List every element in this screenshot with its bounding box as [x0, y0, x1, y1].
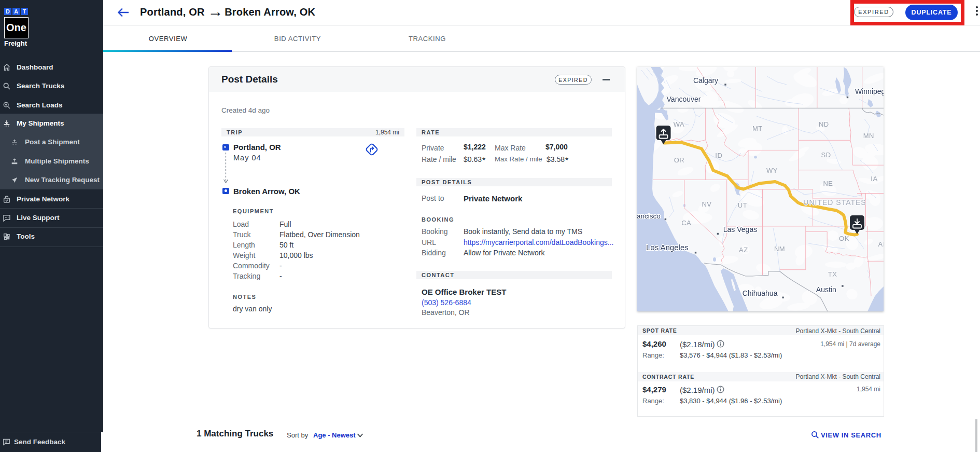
svg-text:SD: SD — [821, 151, 831, 159]
svg-text:NM: NM — [774, 245, 785, 253]
svg-text:UNITED STATES: UNITED STATES — [803, 198, 866, 207]
svg-text:NE: NE — [823, 180, 833, 187]
svg-text:IA: IA — [871, 175, 877, 183]
svg-text:ID: ID — [715, 152, 722, 159]
svg-text:Las Vegas: Las Vegas — [723, 225, 757, 234]
svg-text:OK: OK — [839, 235, 849, 242]
svg-text:ND: ND — [819, 120, 829, 128]
svg-text:Chihuahua: Chihuahua — [743, 289, 778, 297]
svg-text:WY: WY — [766, 167, 778, 174]
svg-text:OR: OR — [674, 156, 685, 164]
svg-text:AZ: AZ — [739, 246, 748, 254]
svg-text:CA: CA — [681, 219, 691, 227]
svg-text:MT: MT — [752, 125, 763, 132]
svg-text:UT: UT — [738, 201, 747, 209]
svg-text:Winnipeg: Winnipeg — [855, 87, 884, 95]
svg-text:Calgary: Calgary — [693, 76, 718, 85]
svg-text:ancisco: ancisco — [637, 212, 661, 220]
svg-text:TX: TX — [828, 270, 837, 278]
svg-text:WA: WA — [674, 120, 684, 128]
svg-text:AR: AR — [878, 240, 884, 248]
svg-text:Los Angeles: Los Angeles — [646, 243, 689, 252]
svg-text:Austin: Austin — [816, 285, 836, 294]
svg-text:MN: MN — [863, 132, 874, 140]
svg-text:Vancouver: Vancouver — [667, 95, 701, 103]
svg-text:NV: NV — [702, 200, 711, 208]
